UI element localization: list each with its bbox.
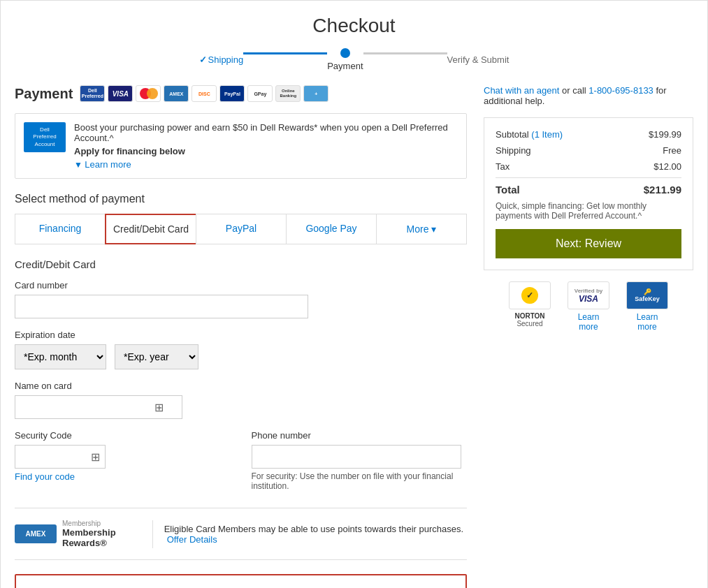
card-number-input[interactable]	[15, 295, 308, 318]
membership-divider	[152, 520, 153, 548]
dell-card-icon: DellPreferred	[80, 85, 105, 102]
amex-membership-logo: AMEX Membership Membership Rewards®	[15, 520, 141, 548]
card-number-label: Card number	[15, 280, 467, 291]
payment-header: Payment DellPreferred VISA AMEX DISC Pay…	[15, 85, 467, 102]
tax-value: $12.00	[653, 161, 681, 172]
amex-logo: AMEX	[15, 524, 57, 543]
financing-note: Quick, simple financing: Get low monthly…	[496, 201, 681, 221]
dell-learn-more-toggle: ▼	[74, 160, 85, 170]
security-input-wrapper: ⊞	[15, 445, 106, 469]
shipping-row: Shipping Free	[496, 145, 681, 156]
chat-agent-link[interactable]: Chat with an agent	[484, 85, 559, 96]
expiration-label: Expiration date	[15, 330, 467, 340]
offer-details-link[interactable]: Offer Details	[167, 534, 217, 545]
safekey-icon: 🔑 SafeKey	[626, 281, 668, 309]
safekey-badge: 🔑 SafeKey Learnmore	[626, 281, 668, 332]
total-label: Total	[496, 184, 520, 196]
mc-card-icon	[136, 85, 161, 102]
tax-label: Tax	[496, 161, 510, 172]
payment-tabs: Financing Credit/Debit Card PayPal Googl…	[15, 214, 467, 244]
tab-financing[interactable]: Financing	[15, 214, 105, 244]
tax-row: Tax $12.00	[496, 161, 681, 172]
accepted-cards-icons: DellPreferred VISA AMEX DISC PayPal GPay…	[80, 85, 328, 102]
dell-learn-more-link[interactable]: Learn more	[85, 159, 131, 170]
step-verify: Verify & Submit	[447, 54, 510, 65]
dell-apply-text: Apply for financing below	[74, 146, 185, 156]
visa-badge: Verified by VISA Learnmore	[568, 281, 609, 332]
norton-icon: ✓	[509, 281, 551, 309]
name-card-icon: ⊞	[154, 401, 164, 414]
step-verify-label: Verify & Submit	[447, 54, 510, 65]
tab-paypal[interactable]: PayPal	[196, 214, 286, 244]
subtotal-row: Subtotal (1 Item) $199.99	[496, 129, 681, 140]
checkout-steps: ✓ Shipping Payment Verify & Submit	[15, 48, 693, 71]
discover-card-icon: DISC	[192, 85, 217, 102]
tab-googlepay[interactable]: Google Pay	[286, 214, 376, 244]
name-on-card-group: Name on card ⊞	[15, 381, 467, 419]
payment-dot	[340, 48, 350, 58]
total-row: Total $211.99	[496, 177, 681, 196]
norton-badge: ✓ NORTON Secured	[509, 281, 551, 328]
shipping-value: Free	[663, 145, 681, 156]
phone-input[interactable]	[252, 445, 461, 469]
paypal-card-icon: PayPal	[219, 85, 245, 102]
right-column: Chat with an agent or call 1-800-695-813…	[484, 85, 693, 588]
find-code-link[interactable]: Find your code	[15, 471, 231, 482]
security-label: Security Code	[15, 430, 231, 441]
step-connector-1	[243, 52, 327, 54]
step-payment-label: Payment	[327, 61, 363, 71]
dell-promo-main-text: Boost your purchasing power and earn $50…	[74, 122, 458, 143]
step-shipping-label: Shipping	[208, 54, 244, 65]
exp-year-select[interactable]: *Exp. year	[115, 344, 198, 369]
safekey-learn-more-link[interactable]: Learnmore	[637, 312, 658, 332]
security-card-icon: ⊞	[91, 450, 100, 464]
subtotal-value: $199.99	[649, 129, 681, 140]
visa-learn-more-link[interactable]: Learnmore	[578, 312, 600, 332]
card-number-group: Card number	[15, 280, 467, 318]
security-phone-row: Security Code ⊞ Find your code Phone num…	[15, 430, 467, 491]
security-group: Security Code ⊞ Find your code	[15, 430, 231, 491]
left-column: Payment DellPreferred VISA AMEX DISC Pay…	[15, 85, 467, 588]
norton-label: NORTON	[514, 312, 544, 320]
step-payment: Payment	[327, 48, 363, 71]
tab-googlepay-label: Google Pay	[305, 223, 356, 234]
more-cards-icon: +	[303, 85, 328, 102]
phone-note: For security: Use the number on file wit…	[252, 471, 468, 491]
order-summary: Subtotal (1 Item) $199.99 Shipping Free …	[484, 117, 693, 270]
gpay-card-icon: GPay	[247, 85, 273, 102]
name-on-card-label: Name on card	[15, 381, 467, 391]
membership-text: Eligible Card Members may be able to use…	[164, 524, 467, 545]
shipping-check-icon: ✓	[199, 54, 207, 65]
shipping-label: Shipping	[496, 145, 531, 156]
select-payment-title: Select method of payment	[15, 193, 467, 205]
visa-verified-icon: Verified by VISA	[568, 281, 609, 309]
total-value: $211.99	[644, 184, 681, 196]
visa-card-icon: VISA	[108, 85, 133, 102]
dell-promo-text: Boost your purchasing power and earn $50…	[74, 122, 458, 170]
date-row: *Exp. month *Exp. year	[15, 344, 467, 369]
tab-financing-label: Financing	[39, 223, 82, 234]
split-payment-section: Split your payment You can split your pu…	[15, 574, 467, 588]
tab-paypal-label: PayPal	[226, 223, 257, 234]
page-title: Checkout	[15, 15, 693, 37]
tab-more[interactable]: More ▾	[376, 214, 467, 244]
payment-section-title: Payment	[15, 86, 73, 102]
support-phone-link[interactable]: 1-800-695-8133	[588, 85, 653, 96]
dell-preferred-logo: Dell Preferred Account	[24, 122, 66, 152]
online-banking-icon: Online Banking	[275, 85, 301, 102]
exp-month-select[interactable]: *Exp. month	[15, 344, 106, 369]
tab-more-label: More	[407, 223, 429, 235]
tab-credit-debit[interactable]: Credit/Debit Card	[105, 214, 196, 244]
membership-section: AMEX Membership Membership Rewards® Elig…	[15, 508, 467, 560]
chevron-down-icon: ▾	[431, 223, 436, 235]
credit-debit-form: Credit/Debit Card Card number Expiration…	[15, 258, 467, 491]
support-text: Chat with an agent or call 1-800-695-813…	[484, 85, 693, 106]
next-review-button[interactable]: Next: Review	[496, 229, 681, 258]
expiration-group: Expiration date *Exp. month *Exp. year	[15, 330, 467, 369]
trust-badges: ✓ NORTON Secured Verified by VISA Learnm…	[484, 281, 693, 332]
items-link[interactable]: (1 Item)	[531, 129, 563, 140]
svg-point-1	[147, 88, 158, 99]
form-section-label: Credit/Debit Card	[15, 258, 467, 270]
phone-group: Phone number For security: Use the numbe…	[252, 430, 468, 491]
step-connector-2	[363, 52, 447, 54]
